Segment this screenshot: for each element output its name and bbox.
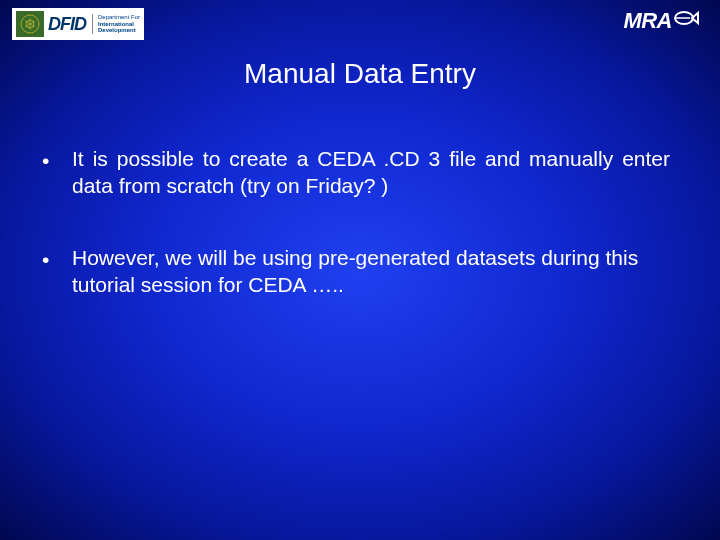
- dfid-logo: DFID Department For International Develo…: [12, 8, 144, 40]
- fish-icon: [670, 8, 700, 34]
- slide-header: DFID Department For International Develo…: [0, 0, 720, 50]
- bullet-text: It is possible to create a CEDA .CD 3 fi…: [72, 145, 670, 200]
- bullet-marker: •: [42, 145, 72, 200]
- bullet-item: • It is possible to create a CEDA .CD 3 …: [42, 145, 670, 200]
- dfid-emblem-icon: [16, 11, 44, 37]
- dfid-text-block: DFID: [48, 15, 86, 33]
- bullet-marker: •: [42, 244, 72, 299]
- dfid-acronym: DFID: [48, 15, 86, 33]
- bullet-item: • However, we will be using pre-generate…: [42, 244, 670, 299]
- slide-content: • It is possible to create a CEDA .CD 3 …: [42, 145, 670, 342]
- slide-title: Manual Data Entry: [0, 58, 720, 90]
- dfid-subtitle: Department For International Development: [92, 14, 140, 34]
- bullet-text: However, we will be using pre-generated …: [72, 244, 670, 299]
- mrag-text: MRA: [623, 8, 672, 34]
- mrag-logo: MRA: [623, 8, 700, 34]
